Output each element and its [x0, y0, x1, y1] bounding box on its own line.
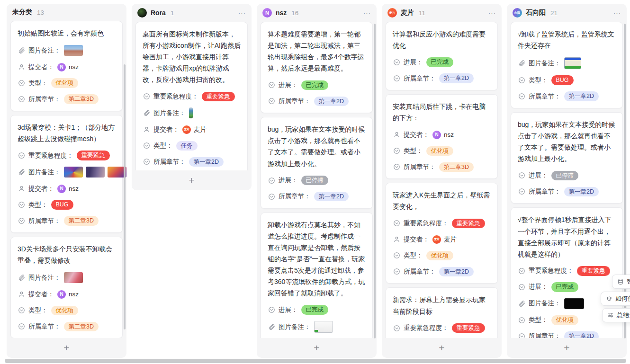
add-card-button[interactable]: + — [257, 338, 377, 358]
card[interactable]: 算术题难度需要递增，第一轮都是加法，第二轮出现减法，第三轮出现乘除组合，最多4个… — [261, 22, 373, 113]
select-field-icon — [518, 283, 525, 291]
column-more-button[interactable]: ··· — [488, 10, 496, 16]
column-more-button[interactable]: ··· — [363, 10, 371, 16]
field-tag[interactable]: 第二章3D — [64, 216, 99, 226]
field-tag[interactable]: 已完成 — [301, 80, 329, 90]
field-tag[interactable]: 优化项 — [426, 251, 454, 261]
field-tag[interactable]: 已完成 — [551, 282, 579, 292]
card[interactable]: 玩家进入K先生界面之后，壁纸需要变化，重要紧急程度：重要紧急提交者：麦片麦片类型… — [386, 183, 498, 284]
field-tag[interactable]: 第一章2D — [439, 73, 474, 83]
card[interactable]: 3d场景穿模：关卡1；（部分地方超级跳上去没做碰撞mesh）重要紧急程度：重要紧… — [10, 115, 123, 233]
field-tag[interactable]: 重要紧急 — [77, 151, 110, 160]
attachment-thumbnail[interactable] — [314, 321, 333, 333]
field-member[interactable]: Nnsz — [57, 290, 79, 299]
field-label: 图片备注： — [529, 59, 561, 68]
field-tag[interactable]: 第一章2D — [439, 267, 474, 277]
card[interactable]: 新需求：屏幕上方需要显示玩家当前阶段目标重要紧急程度：重要紧急提交者：麦片麦片 — [386, 287, 498, 338]
field-tag[interactable]: 第一章2D — [564, 91, 599, 101]
field-tag[interactable]: 任务 — [176, 141, 198, 151]
field-tag[interactable]: 优化项 — [551, 315, 579, 325]
card[interactable]: 初始贴图比较近，会有穿颜色图片备注：提交者：Nnsz类型：优化项所属章节：第二章… — [10, 21, 123, 111]
card-field: 所属章节：第一章2D — [393, 73, 491, 83]
card[interactable]: 计算器和反应小游戏的难度需要优化进展：已完成所属章节：第一章2D — [386, 22, 498, 90]
card-field: 进展：已停滞 — [268, 176, 366, 186]
field-member[interactable]: 麦片麦片 — [182, 125, 207, 134]
attachment-thumbnail[interactable] — [64, 45, 83, 56]
field-tag[interactable]: 重要紧急 — [452, 219, 485, 229]
attachment-thumbnail[interactable] — [64, 167, 83, 178]
paperclip-icon — [18, 169, 25, 176]
select-field-icon — [18, 307, 25, 314]
card[interactable]: √卸载了监管系统后，监管系统文件夹还存在图片备注：类型：BUG所属章节：第一章2… — [511, 22, 623, 108]
field-tag[interactable]: 第一章2D — [314, 97, 349, 107]
card[interactable]: 安装真结局后往下跳，卡在电脑的下方：提交者：Nnsz类型：优化项所属章节：第二章… — [386, 94, 498, 179]
attachment-thumbnail[interactable] — [189, 107, 193, 118]
board-column-3: Nnsz16···算术题难度需要递增，第一轮都是加法，第二轮出现减法，第三轮出现… — [257, 4, 377, 358]
field-tag[interactable]: 优化项 — [51, 306, 79, 316]
field-tag[interactable]: 重要紧急 — [452, 323, 485, 333]
field-member[interactable]: Nnsz — [57, 63, 79, 71]
select-field-icon — [393, 163, 400, 171]
card-field: 类型：优化项 — [393, 146, 491, 156]
card[interactable]: 卸载小游戏有点莫名其妙，不知道怎么推进进度。考虑制作成一直在询问玩家是否卸载，然… — [261, 213, 373, 338]
column-more-button[interactable]: ··· — [238, 10, 246, 16]
select-field-icon — [18, 201, 25, 209]
column-title: 未分类 — [12, 8, 32, 17]
add-card-button[interactable]: + — [132, 170, 252, 190]
attachment-thumbnail[interactable] — [64, 272, 83, 283]
field-tag[interactable]: 优化项 — [426, 146, 454, 156]
attachment-thumbnail[interactable] — [564, 57, 581, 69]
field-member[interactable]: Nnsz — [432, 131, 454, 139]
field-label: 重要紧急程度： — [153, 92, 198, 101]
assistant-chip-1[interactable]: 智 — [612, 275, 630, 289]
field-tag[interactable]: 第二章3D — [64, 322, 99, 332]
field-tag[interactable]: 已完成 — [426, 57, 454, 67]
field-tag[interactable]: 第一章2D — [189, 157, 224, 167]
card[interactable]: bug，玩家如果在文本接受的时候点击了小游戏，那么就再也看不了文本了。需要做处理… — [261, 117, 373, 208]
field-tag[interactable]: 已停滞 — [301, 176, 329, 186]
field-tag[interactable]: 优化项 — [51, 78, 79, 88]
field-label: 图片备注： — [153, 109, 186, 117]
field-tag[interactable]: 第一章2D — [564, 187, 599, 197]
card[interactable]: 3D关卡场景多个只安装不卸载会重叠，需要做修改图片备注：提交者：Nnsz类型：优… — [10, 237, 123, 338]
field-tag[interactable]: 重要紧急 — [202, 92, 235, 102]
select-field-icon — [518, 188, 525, 195]
card-field: 重要紧急程度：重要紧急 — [18, 151, 116, 160]
field-label: 所属章节： — [529, 187, 561, 196]
field-tag[interactable]: BUG — [51, 200, 73, 210]
field-tag[interactable]: 重要紧急 — [577, 266, 610, 276]
add-card-button[interactable]: + — [7, 338, 126, 358]
field-member[interactable]: Nnsz — [57, 185, 79, 193]
field-tag[interactable]: 第一章2D — [564, 331, 599, 338]
select-field-icon — [393, 252, 400, 259]
select-field-icon — [518, 316, 525, 324]
assistant-chip-3[interactable]: 总结当 — [602, 308, 630, 322]
assistant-chip-2[interactable]: 如何使 — [601, 292, 630, 306]
column-more-button[interactable]: ··· — [613, 10, 621, 16]
card[interactable]: bug，玩家如果在文本接受的时候点击了小游戏，那么就再也看不了文本了。需要做处理… — [511, 112, 623, 204]
field-tag[interactable]: 已完成 — [301, 305, 329, 315]
field-tag[interactable]: 第二章3D — [439, 162, 474, 172]
add-card-button[interactable]: + — [382, 338, 502, 358]
add-card-button[interactable]: + — [507, 338, 627, 358]
horizontal-scrollbar[interactable] — [5, 359, 626, 363]
field-tag[interactable]: 第二章3D — [64, 94, 99, 104]
field-tag[interactable]: 第一章2D — [314, 192, 349, 202]
field-label: 进展： — [529, 283, 548, 291]
column-scrollbar[interactable] — [374, 24, 376, 338]
column-scrollbar[interactable] — [124, 64, 126, 329]
field-tag[interactable]: BUG — [551, 75, 574, 85]
assistant-chip-label: 如何使 — [615, 294, 630, 303]
attachment-thumbnail[interactable] — [564, 298, 584, 309]
attachment-thumbnail[interactable] — [86, 167, 105, 178]
column-title: nsz — [276, 9, 287, 17]
person-icon — [393, 131, 400, 139]
card-field: 所属章节：第一章2D — [518, 91, 616, 101]
member-name: nsz — [69, 291, 79, 298]
field-label: 提交者： — [153, 125, 179, 134]
field-member[interactable]: 麦片麦片 — [432, 235, 457, 244]
card-field: 图片备注： — [268, 321, 366, 333]
field-tag[interactable]: 已停滞 — [551, 171, 579, 181]
card-field: 图片备注： — [18, 45, 116, 56]
card[interactable]: 桌面所有图标尚未制作新版本，所有小游戏icon制作，让AI跑然后绘画加工，小游戏… — [135, 22, 248, 170]
